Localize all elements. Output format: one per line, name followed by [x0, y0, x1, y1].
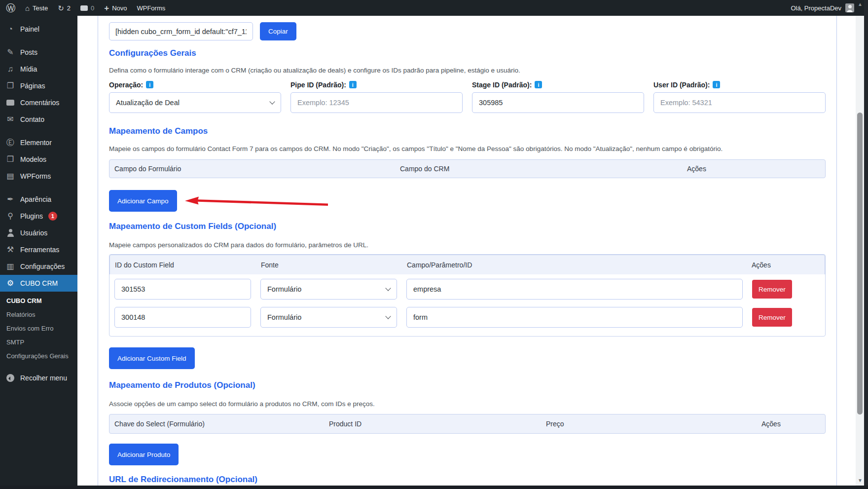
- info-icon[interactable]: [713, 81, 720, 88]
- users-icon: [5, 229, 16, 237]
- sidebar-item-modelos[interactable]: ❒ Modelos: [0, 151, 77, 168]
- sidebar-item-configuracoes[interactable]: ▥ Configurações: [0, 258, 77, 275]
- operacao-select[interactable]: Atualização de Deal: [109, 92, 281, 113]
- products-description: Associe opções de um campo select do for…: [109, 400, 826, 408]
- comments-icon: [5, 100, 16, 106]
- comment-bubble-icon: [80, 5, 88, 11]
- remove-button[interactable]: Remover: [752, 308, 792, 327]
- add-product-button[interactable]: Adicionar Produto: [109, 444, 179, 465]
- field-mapping-table-header: Campo do Formulário Campo do CRM Ações: [109, 159, 826, 178]
- column-header: Ações: [687, 165, 820, 173]
- custom-field-row: Formulário Remover: [114, 307, 820, 328]
- info-icon[interactable]: [535, 81, 542, 88]
- cubo-crm-submenu: CUBO CRM Relatórios Envios com Erro SMTP…: [0, 292, 77, 364]
- main-content: Copiar Configurações Gerais Defina como …: [77, 16, 856, 489]
- field-mapping-title: Mapeamento de Campos: [109, 126, 826, 136]
- sidebar-item-paginas[interactable]: ❐ Páginas: [0, 77, 77, 94]
- submenu-item-envios-com-erro[interactable]: Envios com Erro: [0, 321, 77, 335]
- site-name-link[interactable]: ⌂ Teste: [25, 4, 48, 12]
- sidebar-item-painel[interactable]: ◔ Painel: [0, 21, 77, 38]
- scrollbar-up-arrow[interactable]: ▲: [858, 2, 863, 7]
- submenu-item-cubo-crm[interactable]: CUBO CRM: [0, 294, 77, 307]
- submenu-item-configuracoes-gerais[interactable]: Configurações Gerais: [0, 349, 77, 363]
- wpforms-toolbar-link[interactable]: WPForms: [137, 4, 165, 12]
- add-field-row: Adicionar Campo: [109, 190, 826, 212]
- sidebar-item-usuarios[interactable]: Usuários: [0, 225, 77, 241]
- sidebar-item-cubo-crm[interactable]: ⚙ CUBO CRM: [0, 275, 77, 292]
- chevron-down-icon: [385, 313, 391, 319]
- settings-card: Copiar Configurações Gerais Defina como …: [98, 16, 837, 489]
- scrollbar-thumb[interactable]: [857, 113, 863, 414]
- contact-icon: ✉: [5, 115, 16, 123]
- avatar[interactable]: [845, 3, 854, 12]
- sidebar-item-contato[interactable]: ✉ Contato: [0, 111, 77, 128]
- info-icon[interactable]: [349, 81, 357, 88]
- window-edge-bottom: [0, 486, 868, 489]
- submenu-item-smtp[interactable]: SMTP: [0, 335, 77, 349]
- user-id-input[interactable]: [653, 92, 826, 113]
- info-icon[interactable]: [146, 81, 153, 88]
- column-header: Fonte: [261, 261, 398, 269]
- custom-field-param-input[interactable]: [406, 279, 743, 300]
- column-header: Preço: [546, 420, 757, 428]
- sidebar-item-midia[interactable]: ♫ Mídia: [0, 61, 77, 77]
- products-title: Mapeamento de Produtos (Opcional): [109, 380, 826, 390]
- custom-fields-title: Mapeamento de Custom Fields (Opcional): [109, 222, 826, 231]
- custom-field-row: Formulário Remover: [114, 279, 820, 300]
- appearance-icon: ✒: [5, 195, 16, 203]
- updates-link[interactable]: ↻ 2: [58, 4, 71, 12]
- tools-icon: ⚒: [5, 246, 16, 254]
- sidebar-item-ferramentas[interactable]: ⚒ Ferramentas: [0, 241, 77, 258]
- pipe-id-input[interactable]: [290, 92, 463, 113]
- custom-field-param-input[interactable]: [406, 307, 743, 328]
- media-icon: ♫: [5, 65, 16, 73]
- shortcode-input[interactable]: [109, 22, 253, 40]
- add-field-button[interactable]: Adicionar Campo: [109, 190, 177, 212]
- custom-fields-description: Mapeie campos personalizados do CRM para…: [109, 241, 826, 249]
- custom-fields-table-header: ID do Custom Field Fonte Campo/Parâmetro…: [109, 255, 825, 274]
- sidebar: ◔ Painel ✎ Posts ♫ Mídia ❐ Páginas Comen…: [0, 16, 77, 489]
- custom-field-source-select[interactable]: Formulário: [260, 307, 397, 328]
- column-header: Campo do CRM: [400, 165, 682, 173]
- user-greeting[interactable]: Olá, PropectaDev: [791, 4, 841, 12]
- sidebar-item-posts[interactable]: ✎ Posts: [0, 44, 77, 61]
- products-table-header: Chave do Select (Formulário) Product ID …: [109, 414, 826, 434]
- annotation-arrow: [182, 195, 335, 208]
- updates-icon: ↻: [58, 4, 64, 12]
- sidebar-item-plugins[interactable]: ⚲ Plugins 1: [0, 208, 77, 225]
- plugins-icon: ⚲: [5, 212, 16, 220]
- posts-icon: ✎: [5, 48, 16, 56]
- column-header: ID do Custom Field: [115, 261, 252, 269]
- scrollbar-track[interactable]: [856, 16, 864, 486]
- field-user-id: User ID (Padrão):: [653, 80, 826, 113]
- sidebar-item-elementor[interactable]: Ⓔ Elementor: [0, 134, 77, 151]
- column-header: Ações: [761, 420, 820, 428]
- home-icon: ⌂: [25, 4, 30, 12]
- add-custom-field-button[interactable]: Adicionar Custom Field: [109, 347, 195, 369]
- column-header: Product ID: [329, 420, 541, 428]
- collapse-arrow-icon: [5, 374, 16, 382]
- copy-button[interactable]: Copiar: [260, 22, 296, 40]
- field-pipe-id: Pipe ID (Padrão):: [290, 80, 463, 113]
- pages-icon: ❐: [5, 82, 16, 90]
- custom-field-source-select[interactable]: Formulário: [260, 279, 397, 300]
- custom-field-id-input[interactable]: [114, 307, 251, 328]
- remove-button[interactable]: Remover: [752, 280, 792, 299]
- comments-link[interactable]: 0: [80, 4, 94, 12]
- stage-id-input[interactable]: [472, 92, 644, 113]
- wordpress-logo-icon[interactable]: Ⓦ: [6, 3, 15, 13]
- new-content-link[interactable]: + Novo: [104, 4, 127, 12]
- field-operacao: Operação: Atualização de Deal: [109, 80, 281, 113]
- sidebar-item-aparencia[interactable]: ✒ Aparência: [0, 191, 77, 208]
- dashboard-icon: ◔: [5, 25, 16, 33]
- general-settings-fields: Operação: Atualização de Deal Pipe ID (P…: [109, 80, 826, 113]
- custom-field-id-input[interactable]: [114, 279, 251, 300]
- column-header: Campo do Formulário: [114, 165, 395, 173]
- sidebar-item-wpforms[interactable]: ▤ WPForms: [0, 168, 77, 185]
- elementor-icon: Ⓔ: [5, 139, 16, 147]
- collapse-menu-button[interactable]: Recolher menu: [0, 370, 77, 386]
- sidebar-item-comentarios[interactable]: Comentários: [0, 94, 77, 111]
- scrollbar-down-arrow[interactable]: ▼: [858, 478, 863, 483]
- submenu-item-relatorios[interactable]: Relatórios: [0, 307, 77, 321]
- gear-icon: ⚙: [5, 279, 16, 287]
